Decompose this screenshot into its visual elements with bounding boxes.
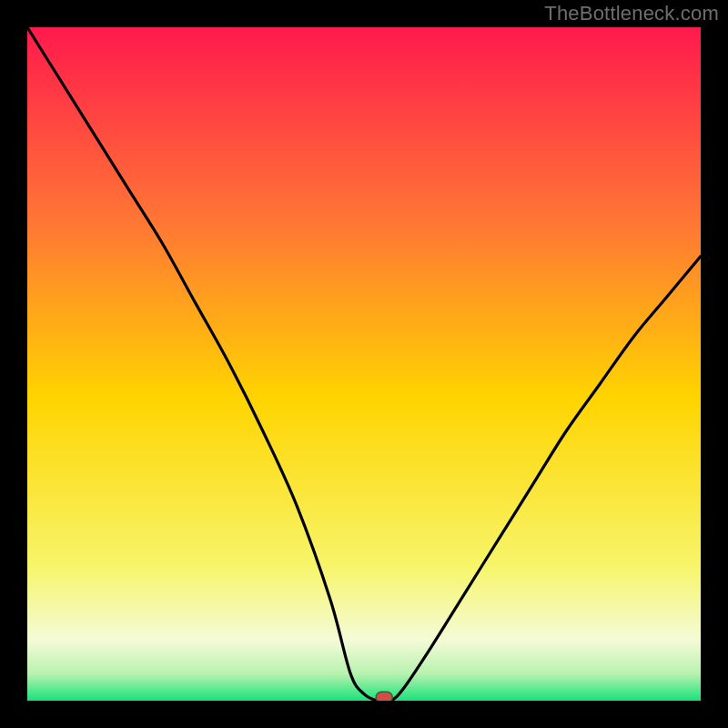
watermark-text: TheBottleneck.com (544, 2, 719, 25)
chart-frame: TheBottleneck.com (0, 0, 728, 728)
gradient-background (27, 27, 701, 701)
bottleneck-chart (27, 27, 701, 701)
optimal-point-marker (376, 692, 392, 701)
plot-area (27, 27, 701, 701)
